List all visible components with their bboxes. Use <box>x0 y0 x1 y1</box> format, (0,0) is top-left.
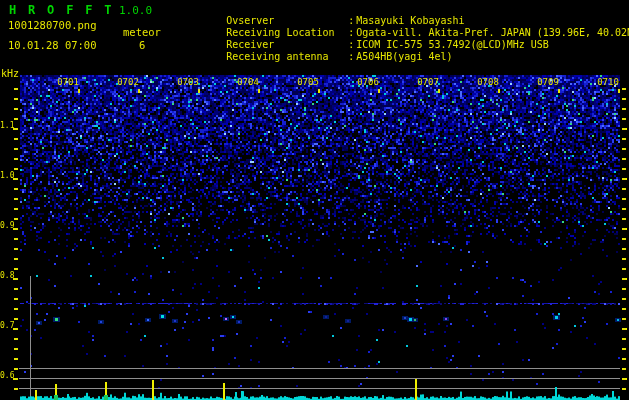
info-value: A504HB(yagi 4el) <box>356 51 452 62</box>
time-tick-label-0708: 0708 <box>474 78 502 87</box>
info-separator: : <box>348 51 356 63</box>
info-separator: : <box>348 39 356 51</box>
info-label: Ovserver <box>226 15 348 27</box>
time-tick-label-0703: 0703 <box>174 78 202 87</box>
time-tick-label-0704: 0704 <box>234 78 262 87</box>
station-info: Ovserver:Masayuki Kobayashi Receiving Lo… <box>178 3 629 51</box>
info-label: Receiver <box>226 39 348 51</box>
time-tick-label-0710: 0710 <box>594 78 622 87</box>
time-tick-label-0706: 0706 <box>354 78 382 87</box>
time-tick-label-0701: 0701 <box>54 78 82 87</box>
time-tick-label-0707: 0707 <box>414 78 442 87</box>
info-value: ICOM IC-575 53.7492(@LCD)MHz USB <box>356 39 549 50</box>
meteor-count: 6 <box>139 40 145 51</box>
freq-tick-label-0.7: 0.7 <box>0 322 13 330</box>
freq-unit-label: kHz <box>1 69 19 79</box>
info-value: Ogata-vill. Akita-Pref. JAPAN (139.96E, … <box>356 27 629 38</box>
info-separator: : <box>348 27 356 39</box>
info-value: Masayuki Kobayashi <box>356 15 464 26</box>
mode-label: meteor <box>123 27 161 38</box>
info-label: Receiving Location <box>226 27 348 39</box>
freq-tick-label-1.0: 1.0 <box>0 172 13 180</box>
filename: 1001280700.png <box>8 20 97 31</box>
freq-tick-label-1.1: 1.1 <box>0 122 13 130</box>
datetime: 10.01.28 07:00 <box>8 40 97 51</box>
info-label: Receiving antenna <box>226 51 348 63</box>
info-separator: : <box>348 15 356 27</box>
time-tick-label-0705: 0705 <box>294 78 322 87</box>
time-tick-label-0709: 0709 <box>534 78 562 87</box>
freq-tick-label-0.9: 0.9 <box>0 222 13 230</box>
hrofft-screenshot: H R O F F T 1.0.0 1001280700.png meteor … <box>0 0 629 400</box>
info-row-observer: Ovserver:Masayuki Kobayashi <box>178 3 629 15</box>
freq-tick-label-0.6: 0.6 <box>0 372 13 380</box>
freq-tick-label-0.8: 0.8 <box>0 272 13 280</box>
app-version: 1.0.0 <box>119 5 152 16</box>
app-title: H R O F F T <box>9 4 114 16</box>
time-tick-label-0702: 0702 <box>114 78 142 87</box>
